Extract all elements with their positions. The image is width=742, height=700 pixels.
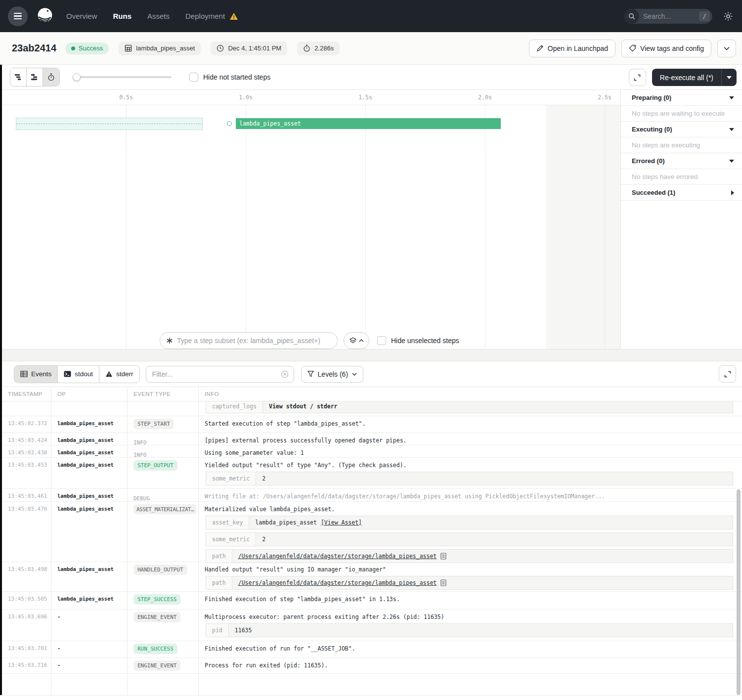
- tab-events[interactable]: Events: [14, 366, 58, 383]
- step-subset-input[interactable]: [177, 337, 331, 345]
- panel-section-executing[interactable]: Executing (0): [621, 122, 742, 137]
- log-row[interactable]: 13:45:03.498 lambda_pipes_asset HANDLED_…: [0, 562, 742, 592]
- job-name-pill[interactable]: lambda_pipes_asset: [119, 42, 201, 55]
- event-type-badge: ENGINE_EVENT: [133, 612, 180, 622]
- panel-section-succeeded[interactable]: Succeeded (1): [621, 185, 742, 201]
- table-icon: [20, 371, 28, 377]
- nav-item-deployment[interactable]: Deployment: [185, 12, 225, 20]
- event-type-badge: ENGINE_EVENT: [133, 660, 180, 671]
- log-expand-button[interactable]: [719, 365, 736, 383]
- hide-not-started-label: Hide not started steps: [203, 73, 270, 81]
- copy-icon[interactable]: [440, 553, 446, 560]
- gantt-expand-button[interactable]: [629, 69, 646, 86]
- flat-view-button[interactable]: [10, 68, 27, 86]
- col-info: INFO: [199, 387, 742, 401]
- event-type-badge: ASSET_MATERIALIZAT…: [133, 504, 197, 514]
- reexecute-all-button[interactable]: Re-execute all (*): [652, 69, 737, 86]
- run-datetime-pill: Dec 4, 1:45:01 PM: [211, 42, 287, 55]
- panel-resize-divider[interactable]: [0, 350, 742, 361]
- log-row[interactable]: 13:45:03.424 lambda_pipes_asset INFO [pi…: [0, 433, 742, 445]
- nav-item-assets[interactable]: Assets: [147, 12, 170, 20]
- hamburger-menu-button[interactable]: [8, 6, 28, 26]
- timeline-tick: 0.5s: [119, 94, 133, 101]
- copy-icon[interactable]: [440, 579, 446, 586]
- log-tabs: Events stdout stderr: [14, 365, 140, 383]
- zoom-slider-knob[interactable]: [73, 73, 81, 81]
- log-row[interactable]: 13:45:03.701 - RUN_SUCCESS Finished exec…: [0, 641, 742, 658]
- view-tags-config-button[interactable]: View tags and config: [621, 40, 711, 57]
- log-row[interactable]: 13:45:03.438 lambda_pipes_asset INFO Usi…: [0, 445, 742, 458]
- levels-dropdown-button[interactable]: Levels (6): [301, 366, 363, 383]
- reexecute-dropdown-button[interactable]: [722, 76, 737, 79]
- step-layers-button[interactable]: [344, 332, 369, 349]
- nav-item-runs[interactable]: Runs: [113, 12, 132, 20]
- log-row-empty: [0, 674, 742, 696]
- log-filter-input[interactable]: [152, 370, 281, 378]
- run-actions-dropdown-button[interactable]: [717, 40, 736, 57]
- log-row[interactable]: 13:45:03.453 lambda_pipes_asset STEP_OUT…: [0, 458, 742, 489]
- window-left-edge: [0, 65, 2, 695]
- search-input[interactable]: Search... /: [624, 9, 712, 24]
- warning-icon: [105, 371, 113, 377]
- step-subset-inputbox[interactable]: [160, 332, 338, 349]
- gantt-section: Hide not started steps Re-execute all (*…: [0, 65, 742, 350]
- log-row[interactable]: captured_logsView stdout / stderr: [0, 401, 742, 416]
- log-table-header: TIMESTAMP OP EVENT TYPE INFO: [0, 387, 742, 401]
- search-shortcut-badge: /: [699, 11, 710, 21]
- timeline-tick: 2.0s: [478, 94, 492, 101]
- expand-icon: [633, 74, 641, 82]
- log-row[interactable]: 13:45:03.470 lambda_pipes_asset ASSET_MA…: [0, 502, 742, 562]
- hide-not-started-checkbox[interactable]: [189, 73, 198, 82]
- expand-arrow-icon: [731, 190, 734, 195]
- status-dot-icon: [71, 46, 75, 50]
- timeline-tick: 2.5s: [598, 94, 611, 101]
- view-logs-link[interactable]: View stdout / stderr: [269, 403, 337, 410]
- log-row[interactable]: 13:45:03.505 lambda_pipes_asset STEP_SUC…: [0, 592, 742, 610]
- event-type-badge: HANDLED_OUTPUT: [133, 565, 187, 575]
- chevron-down-icon: [724, 46, 730, 50]
- panel-section-preparing[interactable]: Preparing (0): [621, 90, 742, 106]
- path-link[interactable]: /Users/alangenfeld/data/dagster/storage/…: [238, 579, 437, 586]
- beyond-run-shade: [546, 105, 620, 349]
- step-start-marker: [227, 121, 232, 126]
- gantt-view-toggle-group: [10, 68, 60, 87]
- collapse-arrow-icon: [729, 96, 734, 99]
- asterisk-icon: [166, 337, 173, 344]
- col-event-type: EVENT TYPE: [128, 387, 199, 401]
- zoom-slider[interactable]: [73, 73, 172, 81]
- log-toolbar: Events stdout stderr Levels (6): [0, 361, 742, 387]
- settings-gear-icon[interactable]: [723, 11, 733, 21]
- job-grid-icon: [125, 44, 132, 52]
- timeline-tick: 1.0s: [239, 94, 253, 101]
- tab-stdout[interactable]: stdout: [58, 366, 99, 383]
- col-timestamp: TIMESTAMP: [0, 387, 51, 401]
- panel-section-errored[interactable]: Errored (0): [621, 153, 742, 169]
- clear-filter-icon[interactable]: [281, 370, 289, 378]
- log-row[interactable]: 13:45:03.461 lambda_pipes_asset DEBUG Wr…: [0, 489, 742, 502]
- gantt-toolbar: Hide not started steps Re-execute all (*…: [0, 65, 742, 90]
- waterfall-view-button[interactable]: [27, 68, 43, 86]
- tab-stderr[interactable]: stderr: [99, 366, 139, 383]
- timed-view-button[interactable]: [43, 68, 59, 86]
- log-scrollbar-thumb[interactable]: [737, 489, 741, 695]
- timer-icon: [303, 44, 310, 52]
- nav-item-overview[interactable]: Overview: [66, 12, 97, 20]
- path-link[interactable]: /Users/alangenfeld/data/dagster/storage/…: [238, 553, 437, 560]
- hide-unselected-checkbox[interactable]: [377, 336, 386, 345]
- dagster-logo-icon[interactable]: [34, 5, 56, 28]
- tag-icon: [629, 44, 636, 52]
- gantt-step-bar[interactable]: lambda_pipes_asset: [236, 118, 501, 129]
- log-row[interactable]: 13:45:02.372 lambda_pipes_asset STEP_STA…: [0, 416, 742, 433]
- log-row[interactable]: 13:45:03.716 - ENGINE_EVENT Process for …: [0, 658, 742, 674]
- step-waiting-box: [16, 118, 203, 130]
- open-in-launchpad-button[interactable]: Open in Launchpad: [529, 40, 615, 57]
- log-row[interactable]: 13:45:03.696 - ENGINE_EVENT Multiprocess…: [0, 610, 742, 641]
- panel-empty-row: No steps have errored: [621, 169, 742, 185]
- run-duration-pill: 2.286s: [297, 42, 340, 55]
- chevron-down-icon: [727, 76, 732, 79]
- panel-empty-row: No steps are executing: [621, 137, 742, 153]
- event-type-badge: STEP_OUTPUT: [133, 460, 177, 471]
- log-filter-box[interactable]: [146, 366, 294, 383]
- terminal-icon: [64, 371, 71, 377]
- view-asset-link[interactable]: [View Asset]: [321, 519, 362, 526]
